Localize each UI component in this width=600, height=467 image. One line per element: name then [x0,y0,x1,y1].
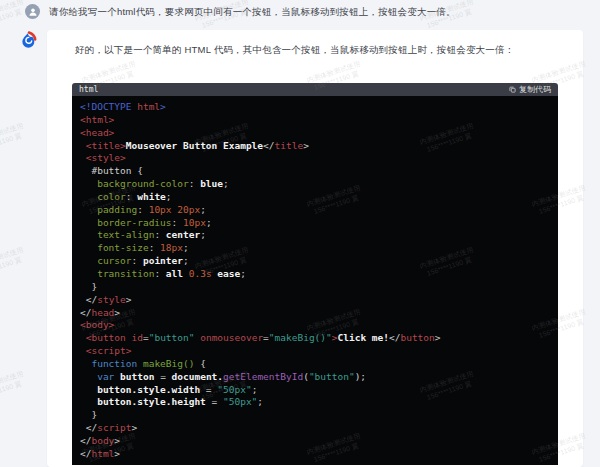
code-header: html 复制代码 [72,83,558,96]
code-line: </style> [80,294,558,307]
user-message-text: 请你给我写一个html代码，要求网页中间有一个按钮，当鼠标移动到按钮上，按钮会变… [49,6,456,19]
code-line: } [80,281,558,294]
code-language-label: html [79,85,98,94]
code-line: button.style.height = "50px"; [80,396,558,409]
code-line: </script> [80,422,558,435]
code-line: #button { [80,165,558,178]
watermark-text: 内测体验测试使用156****1190 翼 [0,0,27,31]
code-line: <body> [80,319,558,332]
watermark-text: 内测体验测试使用156****1190 翼 [0,370,27,403]
code-line: color: white; [80,191,558,204]
code-line: var button = document.getElementById("bu… [80,371,558,384]
code-line: function makeBig() { [80,358,558,371]
code-line: <head> [80,127,558,140]
code-line: </head> [80,307,558,320]
copy-code-label: 复制代码 [519,84,551,95]
user-avatar [25,4,40,19]
watermark-text: 内测体验测试使用156****1190 翼 [0,122,27,155]
code-line: padding: 10px 20px; [80,204,558,217]
code-line: text-align: center; [80,229,558,242]
code-lines: <!DOCTYPE html><html><head> <title>Mouse… [80,101,558,461]
code-line: transition: all 0.3s ease; [80,268,558,281]
code-line: button.style.width = "50px"; [80,384,558,397]
chat-page: { "user_message": { "text": "请你给我写一个html… [0,0,600,467]
code-line: <!DOCTYPE html> [80,101,558,114]
code-line: <button id="button" onmouseover="makeBig… [80,332,558,345]
code-body: <!DOCTYPE html><html><head> <title>Mouse… [72,96,558,465]
person-icon [28,7,38,17]
copy-code-button[interactable]: 复制代码 [509,84,551,95]
code-line: } [80,409,558,422]
code-line: cursor: pointer; [80,255,558,268]
code-line: <script> [80,345,558,358]
copy-icon [509,86,516,93]
spark-flame-icon [20,31,37,48]
code-line: </body> [80,435,558,448]
assistant-avatar [20,31,37,48]
assistant-message-card: 好的，以下是一个简单的 HTML 代码，其中包含一个按钮，当鼠标移动到按钮上时，… [47,30,583,467]
code-line: border-radius: 10px; [80,217,558,230]
code-line: font-size: 18px; [80,242,558,255]
code-line: <title>Mouseover Button Example</title> [80,140,558,153]
code-line: <html> [80,114,558,127]
assistant-intro-text: 好的，以下是一个简单的 HTML 代码，其中包含一个按钮，当鼠标移动到按钮上时，… [75,44,514,57]
code-block: html 复制代码 <!DOCTYPE html><html><head> <t… [72,83,558,465]
code-line: </html> [80,448,558,461]
code-line: <style> [80,152,558,165]
code-line: background-color: blue; [80,178,558,191]
watermark-text: 内测体验测试使用156****1190 翼 [0,246,27,279]
